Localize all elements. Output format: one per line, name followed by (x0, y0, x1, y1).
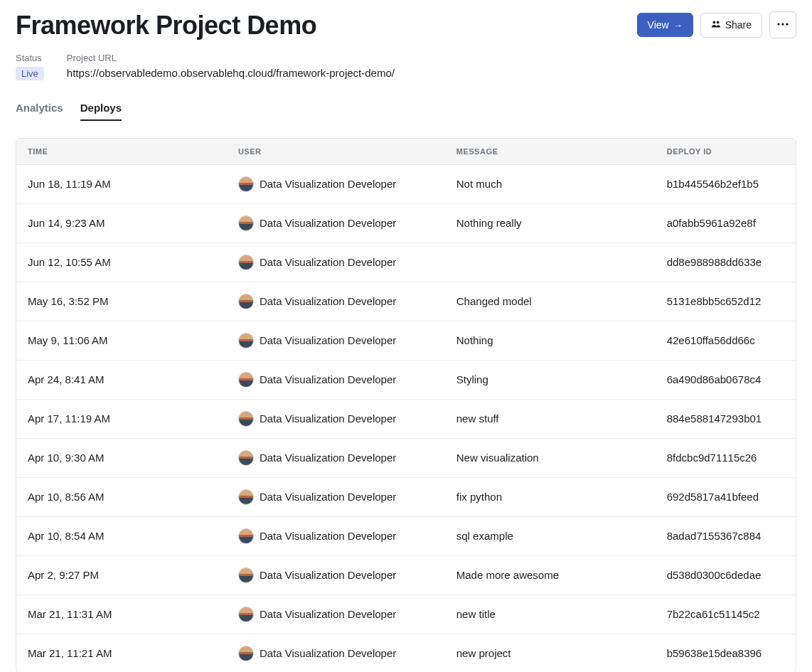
cell-deploy-id: b1b445546b2ef1b5 (656, 164, 796, 203)
page-title: Framework Project Demo (16, 11, 316, 40)
cell-time: May 9, 11:06 AM (16, 321, 227, 360)
col-header-message: MESSAGE (445, 139, 656, 165)
cell-message: Styling (445, 360, 656, 399)
cell-deploy-id: 692d5817a41bfeed (656, 477, 796, 516)
cell-deploy-id: a0fabb5961a92e8f (656, 203, 796, 242)
tabs: Analytics Deploys (16, 102, 796, 121)
avatar (238, 176, 254, 192)
table-row[interactable]: Jun 18, 11:19 AMData Visualization Devel… (16, 164, 796, 203)
user-name: Data Visualization Developer (260, 491, 396, 503)
table-row[interactable]: Jun 12, 10:55 AMData Visualization Devel… (16, 242, 796, 282)
user-name: Data Visualization Developer (260, 295, 396, 307)
cell-time: Jun 18, 11:19 AM (16, 164, 227, 203)
avatar (238, 294, 254, 309)
table-row[interactable]: Apr 17, 11:19 AMData Visualization Devel… (16, 399, 796, 438)
col-header-user: USER (227, 139, 445, 165)
user-name: Data Visualization Developer (260, 178, 396, 190)
user-name: Data Visualization Developer (260, 647, 396, 659)
avatar (238, 607, 254, 622)
cell-message: new project (445, 634, 656, 672)
cell-user: Data Visualization Developer (227, 634, 445, 672)
deploys-table-wrap: TIME USER MESSAGE DEPLOY ID Jun 18, 11:1… (16, 138, 796, 672)
status-badge: Live (16, 67, 44, 80)
project-url[interactable]: https://observabledemo.observablehq.clou… (67, 67, 395, 79)
more-options-button[interactable] (769, 11, 796, 38)
cell-message: Nothing really (445, 203, 656, 242)
user-name: Data Visualization Developer (260, 334, 396, 346)
cell-time: Apr 17, 11:19 AM (16, 399, 227, 438)
cell-time: Apr 2, 9:27 PM (16, 555, 227, 594)
cell-message: Changed model (445, 282, 656, 321)
table-row[interactable]: Mar 21, 11:21 AMData Visualization Devel… (16, 634, 796, 672)
svg-point-2 (777, 23, 779, 25)
cell-message: New visualization (445, 438, 656, 477)
user-name: Data Visualization Developer (260, 256, 396, 268)
cell-deploy-id: 8fdcbc9d71115c26 (656, 438, 796, 477)
cell-deploy-id: d538d0300c6dedae (656, 555, 796, 594)
user-name: Data Visualization Developer (260, 412, 396, 425)
avatar (238, 450, 254, 466)
cell-user: Data Visualization Developer (227, 555, 445, 594)
cell-deploy-id: 884e588147293b01 (656, 399, 796, 438)
tab-deploys[interactable]: Deploys (80, 102, 122, 121)
share-button[interactable]: Share (700, 13, 762, 38)
cell-message (445, 242, 656, 282)
cell-deploy-id: dd8e988988dd633e (656, 242, 796, 282)
tab-analytics[interactable]: Analytics (16, 102, 63, 121)
cell-message: Nothing (445, 321, 656, 360)
table-row[interactable]: Jun 14, 9:23 AMData Visualization Develo… (16, 203, 796, 242)
user-name: Data Visualization Developer (260, 569, 396, 581)
table-row[interactable]: May 16, 3:52 PMData Visualization Develo… (16, 282, 796, 321)
col-header-deploy-id: DEPLOY ID (656, 139, 796, 165)
view-button[interactable]: View → (637, 13, 693, 37)
cell-deploy-id: 7b22ca61c51145c2 (656, 594, 796, 634)
table-row[interactable]: Apr 10, 9:30 AMData Visualization Develo… (16, 438, 796, 477)
cell-time: Mar 21, 11:21 AM (16, 634, 227, 672)
avatar (238, 255, 254, 270)
table-row[interactable]: Apr 24, 8:41 AMData Visualization Develo… (16, 360, 796, 399)
svg-point-3 (781, 23, 784, 25)
cell-time: Mar 21, 11:31 AM (16, 594, 227, 634)
cell-time: Apr 10, 8:54 AM (16, 516, 227, 555)
cell-message: new stuff (445, 399, 656, 438)
svg-point-0 (712, 21, 715, 23)
cell-time: Apr 10, 9:30 AM (16, 438, 227, 477)
user-name: Data Visualization Developer (260, 373, 396, 385)
avatar (238, 215, 254, 231)
svg-point-4 (786, 23, 788, 25)
avatar (238, 567, 254, 583)
table-row[interactable]: Mar 21, 11:31 AMData Visualization Devel… (16, 594, 796, 634)
people-icon (711, 19, 721, 31)
table-row[interactable]: Apr 10, 8:56 AMData Visualization Develo… (16, 477, 796, 516)
ellipsis-icon (776, 18, 789, 33)
avatar (238, 528, 254, 544)
cell-user: Data Visualization Developer (227, 594, 445, 634)
user-name: Data Visualization Developer (260, 530, 396, 542)
cell-time: Apr 10, 8:56 AM (16, 477, 227, 516)
status-meta: Status Live (16, 53, 44, 80)
cell-user: Data Visualization Developer (227, 438, 445, 477)
cell-user: Data Visualization Developer (227, 477, 445, 516)
table-row[interactable]: Apr 2, 9:27 PMData Visualization Develop… (16, 555, 796, 594)
cell-user: Data Visualization Developer (227, 242, 445, 282)
cell-user: Data Visualization Developer (227, 360, 445, 399)
user-name: Data Visualization Developer (260, 452, 396, 464)
cell-time: Jun 12, 10:55 AM (16, 242, 227, 282)
avatar (238, 411, 254, 427)
cell-message: fix python (445, 477, 656, 516)
avatar (238, 646, 254, 661)
cell-message: Not much (445, 164, 656, 203)
cell-message: Made more awesome (445, 555, 656, 594)
cell-user: Data Visualization Developer (227, 203, 445, 242)
table-row[interactable]: Apr 10, 8:54 AMData Visualization Develo… (16, 516, 796, 555)
user-name: Data Visualization Developer (260, 217, 396, 229)
cell-deploy-id: 42e610ffa56dd66c (656, 321, 796, 360)
table-row[interactable]: May 9, 11:06 AMData Visualization Develo… (16, 321, 796, 360)
cell-time: Apr 24, 8:41 AM (16, 360, 227, 399)
avatar (238, 372, 254, 388)
cell-time: May 16, 3:52 PM (16, 282, 227, 321)
col-header-time: TIME (16, 139, 227, 165)
url-meta: Project URL https://observabledemo.obser… (67, 53, 395, 80)
cell-message: sql example (445, 516, 656, 555)
cell-user: Data Visualization Developer (227, 321, 445, 360)
